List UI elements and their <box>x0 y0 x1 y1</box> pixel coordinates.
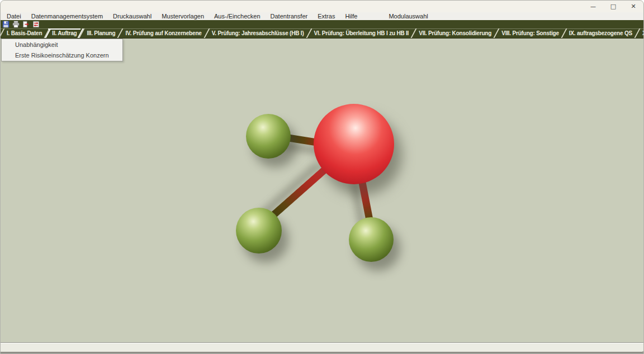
window-bottom-edge <box>1 352 643 353</box>
tab-label: II. Auftrag <box>52 30 77 36</box>
tab-pruefung-jahresabschluesse[interactable]: V. Prüfung: Jahresabschlüsse (HB I) <box>208 28 308 38</box>
menu-item-modulauswahl[interactable]: Modulauswahl <box>383 12 433 20</box>
menu-item-unabhaengigkeit[interactable]: Unabhängigkeit <box>2 40 122 50</box>
status-bar <box>1 342 643 352</box>
auftrag-dropdown-menu: Unabhängigkeit Erste Risikoeinschätzung … <box>1 39 123 61</box>
menu-item-erste-risikoeinschaetzung-konzern[interactable]: Erste Risikoeinschätzung Konzern <box>2 50 122 61</box>
bond-rod-upper-left <box>276 132 339 149</box>
menu-bar: Datei Datenmanagementsystem Druckauswahl… <box>1 12 643 20</box>
menu-item-datei[interactable]: Datei <box>2 12 26 20</box>
tab-planung[interactable]: III. Planung <box>83 28 119 38</box>
tab-label: VI. Prüfung: Überleitung HB I zu HB II <box>314 30 409 36</box>
tab-label: VII. Prüfung: Konsolidierung <box>419 30 491 36</box>
molecule-graphic <box>1 39 643 342</box>
minimize-button[interactable]: — <box>583 1 603 12</box>
maximize-button[interactable]: □ <box>603 1 623 12</box>
application-window: — □ ✕ Datei Datenmanagementsystem Drucka… <box>0 0 644 354</box>
tab-interne-nachschau[interactable]: X. interne Nachschau <box>638 28 643 38</box>
menu-item-extras[interactable]: Extras <box>312 12 340 20</box>
tab-label: V. Prüfung: Jahresabschlüsse (HB I) <box>212 30 304 36</box>
content-area: Unabhängigkeit Erste Risikoeinschätzung … <box>1 39 643 342</box>
green-atom-sphere-upper-left <box>246 114 291 159</box>
checkout-button[interactable] <box>31 20 41 28</box>
tab-label: III. Planung <box>87 30 115 36</box>
menu-item-datentransfer[interactable]: Datentransfer <box>266 12 313 20</box>
tab-label: X. interne Nachschau <box>642 30 643 36</box>
bond-rod-bottom <box>357 173 377 239</box>
tab-auftrag[interactable]: II. Auftrag <box>48 28 80 38</box>
tab-label: VIII. Prüfung: Sonstige <box>501 30 559 36</box>
tab-pruefung-ueberleitung[interactable]: VI. Prüfung: Überleitung HB I zu HB II <box>310 28 413 38</box>
module-tab-bar: I. Basis-Daten II. Auftrag III. Planung … <box>1 28 643 39</box>
tab-label: I. Basis-Daten <box>7 30 42 36</box>
red-atom-sphere-center <box>314 104 394 184</box>
title-bar: — □ ✕ <box>1 1 643 12</box>
tab-pruefung-konzernebene[interactable]: IV. Prüfung auf Konzernebene <box>121 28 205 38</box>
save-button[interactable] <box>1 20 11 28</box>
print-icon <box>12 21 20 28</box>
checkin-button[interactable] <box>21 20 31 28</box>
tab-pruefung-sonstige[interactable]: VIII. Prüfung: Sonstige <box>498 28 563 38</box>
tab-label: IV. Prüfung auf Konzernebene <box>125 30 201 36</box>
tab-pruefung-konsolidierung[interactable]: VII. Prüfung: Konsolidierung <box>415 28 495 38</box>
green-atom-sphere-bottom <box>349 217 394 262</box>
save-icon <box>2 21 10 28</box>
green-atom-sphere-lower-left <box>236 208 282 253</box>
bond-rod-lower-left <box>258 164 330 229</box>
tab-auftragsbezogene-qs[interactable]: IX. auftragsbezogene QS <box>565 28 636 38</box>
checkout-transfer-icon <box>32 21 40 28</box>
checkin-document-icon <box>22 21 30 28</box>
print-button[interactable] <box>11 20 21 28</box>
tab-basis-daten[interactable]: I. Basis-Daten <box>3 28 46 38</box>
close-button[interactable]: ✕ <box>623 1 643 12</box>
menu-item-hilfe[interactable]: Hilfe <box>340 12 362 20</box>
menu-item-aus-einchecken[interactable]: Aus-/Einchecken <box>209 12 266 20</box>
menu-item-druckauswahl[interactable]: Druckauswahl <box>108 12 157 20</box>
tab-label: IX. auftragsbezogene QS <box>569 30 632 36</box>
resize-grip[interactable] <box>640 349 641 350</box>
menu-item-mustervorlagen[interactable]: Mustervorlagen <box>157 12 209 20</box>
toolbar <box>1 20 643 28</box>
menu-item-datenmanagementsystem[interactable]: Datenmanagementsystem <box>26 12 108 20</box>
